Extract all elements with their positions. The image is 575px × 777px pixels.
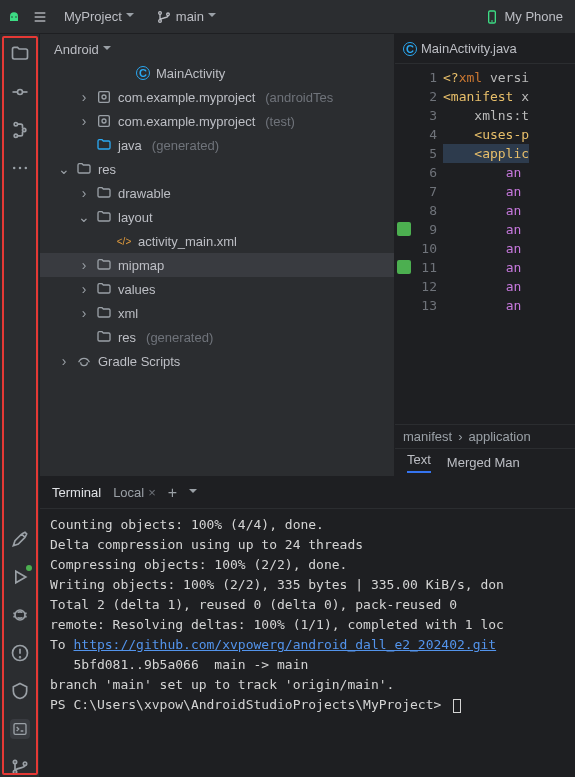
chevron-down-icon (126, 9, 134, 24)
svg-point-26 (13, 770, 16, 773)
close-icon[interactable]: × (148, 485, 156, 500)
app-quality-tool-icon[interactable] (10, 681, 30, 701)
tree-node-label: com.example.myproject (118, 114, 255, 129)
run-tool-icon[interactable] (10, 567, 30, 587)
tree-node[interactable]: CMainActivity (40, 61, 394, 85)
editor-bottom-tab-merged[interactable]: Merged Man (447, 455, 520, 470)
expand-icon[interactable] (78, 305, 90, 321)
phone-icon (484, 9, 500, 25)
tree-node-suffix: (test) (265, 114, 295, 129)
terminal-title: Terminal (52, 485, 101, 500)
expand-icon[interactable] (78, 89, 90, 105)
svg-point-29 (102, 95, 106, 99)
tree-node[interactable]: com.example.myproject(test) (40, 109, 394, 133)
project-selector[interactable]: MyProject (58, 7, 140, 26)
expand-icon[interactable] (58, 353, 70, 369)
project-name: MyProject (64, 9, 122, 24)
more-tool-icon[interactable] (10, 158, 30, 178)
gutter-run-icon[interactable] (397, 260, 411, 274)
tree-node[interactable]: layout (40, 205, 394, 229)
tree-node[interactable]: xml (40, 301, 394, 325)
tree-node[interactable]: </>activity_main.xml (40, 229, 394, 253)
top-toolbar: MyProject main My Phone (0, 0, 575, 34)
tree-node[interactable]: com.example.myproject(androidTes (40, 85, 394, 109)
expand-icon[interactable] (78, 281, 90, 297)
pkg-icon (96, 113, 112, 129)
svg-point-25 (13, 760, 16, 763)
svg-point-14 (14, 134, 17, 137)
svg-rect-28 (99, 92, 110, 103)
git-remote-link[interactable]: https://github.com/xvpowerg/android_dall… (73, 637, 496, 652)
terminal-panel: Terminal Local × + Counting objects: 100… (40, 477, 575, 777)
svg-point-31 (102, 119, 106, 123)
expand-icon[interactable] (78, 185, 90, 201)
debug-tool-icon[interactable] (10, 605, 30, 625)
project-view-selector[interactable]: Android (40, 34, 394, 61)
tree-node[interactable]: drawable (40, 181, 394, 205)
gutter-run-icon[interactable] (397, 222, 411, 236)
branch-icon (156, 9, 172, 25)
add-terminal-icon[interactable]: + (168, 484, 177, 502)
expand-icon[interactable] (78, 257, 90, 273)
tree-node-label: layout (118, 210, 153, 225)
terminal-output[interactable]: Counting objects: 100% (4/4), done. Delt… (40, 509, 575, 777)
tree-node-label: xml (118, 306, 138, 321)
editor-tab-label: MainActivity.java (421, 41, 517, 56)
vcs-tool-icon[interactable] (10, 757, 30, 777)
svg-point-13 (14, 123, 17, 126)
tree-node[interactable]: res(generated) (40, 325, 394, 349)
svg-rect-30 (99, 116, 110, 127)
tree-node[interactable]: res (40, 157, 394, 181)
tree-node-label: values (118, 282, 156, 297)
breadcrumb-item[interactable]: application (468, 429, 530, 444)
tree-node-label: MainActivity (156, 66, 225, 81)
chevron-down-icon[interactable] (189, 485, 197, 500)
svg-point-7 (166, 13, 169, 16)
tree-node-label: mipmap (118, 258, 164, 273)
editor-code-area[interactable]: <?xml versi<manifest x xmlns:t <uses-p <… (443, 64, 529, 424)
editor-bottom-tab-text[interactable]: Text (407, 452, 431, 473)
java-class-icon: C (136, 66, 150, 80)
project-view-mode: Android (54, 42, 99, 57)
chevron-right-icon: › (458, 429, 462, 444)
tree-node-suffix: (generated) (146, 330, 213, 345)
svg-point-6 (158, 19, 161, 22)
tree-node[interactable]: values (40, 277, 394, 301)
java-class-icon: C (403, 42, 417, 56)
editor-breadcrumb[interactable]: manifest › application (395, 424, 575, 448)
folder-icon (96, 257, 112, 273)
editor-tab[interactable]: C MainActivity.java (403, 41, 517, 56)
branch-selector[interactable]: main (150, 7, 222, 27)
build-tool-icon[interactable] (10, 529, 30, 549)
terminal-tool-icon[interactable] (10, 719, 30, 739)
main-menu-icon[interactable] (32, 9, 48, 25)
project-tree: Android CMainActivitycom.example.myproje… (40, 34, 395, 476)
svg-point-17 (18, 167, 21, 170)
problems-tool-icon[interactable] (10, 643, 30, 663)
terminal-tab[interactable]: Local × (113, 485, 156, 500)
folder-icon (76, 161, 92, 177)
tree-node[interactable]: java(generated) (40, 133, 394, 157)
commit-tool-icon[interactable] (10, 82, 30, 102)
tree-node-label: activity_main.xml (138, 234, 237, 249)
gradle-icon (76, 353, 92, 369)
tree-node-suffix: (generated) (152, 138, 219, 153)
tree-node-label: drawable (118, 186, 171, 201)
structure-tool-icon[interactable] (10, 120, 30, 140)
svg-point-18 (24, 167, 27, 170)
device-selector[interactable]: My Phone (478, 7, 569, 27)
xml-file-icon: </> (116, 233, 132, 249)
expand-icon[interactable] (58, 161, 70, 177)
tree-node-label: res (98, 162, 116, 177)
svg-point-10 (17, 90, 22, 95)
expand-icon[interactable] (78, 113, 90, 129)
expand-icon[interactable] (78, 209, 90, 225)
tree-node-label: Gradle Scripts (98, 354, 180, 369)
tree-node-label: res (118, 330, 136, 345)
android-logo-icon (6, 9, 22, 25)
tree-node[interactable]: mipmap (40, 253, 394, 277)
project-tool-icon[interactable] (10, 44, 30, 64)
editor-gutter[interactable]: 12345678910111213 (395, 64, 443, 424)
breadcrumb-item[interactable]: manifest (403, 429, 452, 444)
tree-node[interactable]: Gradle Scripts (40, 349, 394, 373)
